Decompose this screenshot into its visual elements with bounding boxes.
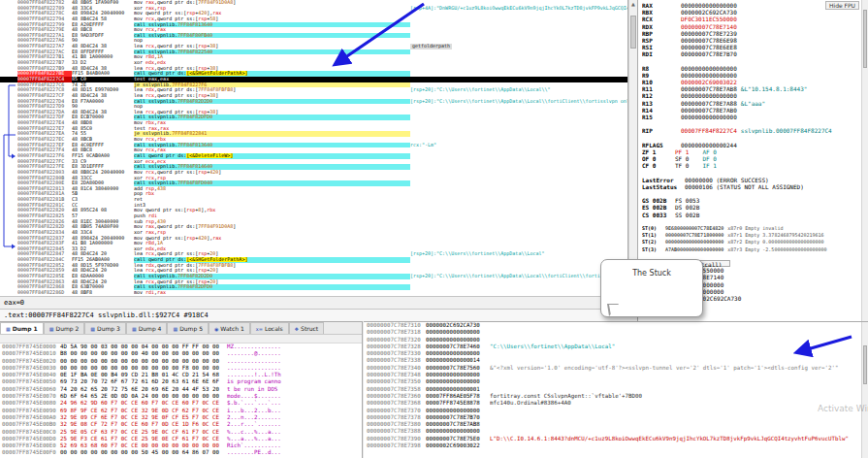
stack-row[interactable]: 00000007C78E7390 00000007C78E75E0 L"D:\\… [364, 436, 868, 442]
register-value[interactable]: FS 0053 [675, 197, 699, 204]
dump-tab[interactable]: ▦ Dump 2 [44, 322, 85, 334]
register-row[interactable]: ST(0) 9E6800000007C78E4820 x87r0 Empty i… [642, 225, 868, 232]
register-row[interactable]: RDI 00000007C78E7B70 [642, 50, 868, 57]
register-row[interactable] [642, 190, 868, 197]
stack-row[interactable]: 00000007C78E7340 00000007C78E7560 &"<?xm… [364, 365, 868, 372]
stack-scrollbar[interactable] [861, 322, 868, 458]
register-row[interactable]: ST(3) A7AB0000000000000000 x87r3 Empty -… [642, 246, 868, 253]
dump-tab[interactable]: ❖ Struct [289, 322, 325, 334]
dump-row[interactable]: 00007FF8745E0090 69 8F 9F CE 62 F7 0C CE… [0, 408, 362, 414]
dump-tab[interactable]: x= Locals [250, 322, 289, 334]
dump-row[interactable]: 00007FF8745E0080 24 96 62 9D 60 F7 0C CE… [0, 400, 362, 407]
register-row[interactable]: R15 0000000000000000 [642, 114, 868, 120]
register-value[interactable]: 0000000000000000 [681, 92, 737, 99]
register-value[interactable]: 00000106 (STATUS_NOT_ALL_ASSIGNED) [685, 183, 804, 190]
register-value[interactable]: 00007FF84F8227C4 [681, 127, 737, 134]
register-value[interactable]: TF 0 [675, 162, 689, 169]
register-row[interactable]: RBP 00000007C78E7239 [642, 30, 868, 37]
dump-row[interactable]: 00007FF8745E0060 74 20 62 65 20 72 75 6E… [0, 386, 362, 393]
stack-row[interactable]: 00000007C78E7350 0000000000000000 [364, 378, 868, 385]
register-row[interactable]: RBX 0000002C692CA730 [642, 9, 868, 16]
stack-row[interactable]: 00000007C78E7318 0000000000000000 [364, 329, 868, 336]
register-row[interactable]: R10 0000002C69003022 [642, 79, 868, 85]
register-row[interactable]: R13 00000007C78E7A88 &L"aaa" [642, 100, 868, 107]
register-row[interactable]: RCX DF0C3011EC550000 [642, 16, 868, 22]
dump-row[interactable]: 00007FF8745E0050 69 73 20 70 72 6F 67 72… [0, 378, 362, 385]
hide-fpu-button[interactable]: Hide FPU [825, 1, 859, 10]
stack-row[interactable]: 00000007C78E7348 0000000000000000 [364, 372, 868, 378]
stack-row[interactable]: 00000007C78E7388 0000000000000000 [364, 428, 868, 435]
register-value[interactable]: DS 002B [675, 204, 699, 211]
register-value[interactable]: 0000000000000000 [681, 114, 737, 120]
register-row[interactable]: CS 0033 SS 002B [642, 212, 868, 218]
register-value[interactable]: 0000000000000244 [681, 142, 737, 148]
register-value[interactable]: SS 002B [675, 212, 699, 218]
register-value[interactable]: A7AB0000000000000000 [665, 246, 723, 253]
stack-row[interactable]: 00000007C78E7360 00007FF86AE05F78 fortit… [364, 393, 868, 400]
register-value[interactable]: 0000002C69003022 [681, 79, 737, 85]
register-value[interactable]: 0000000000000000 [681, 65, 737, 72]
dump-row[interactable]: 00007FF8745E00B0 32 9E 08 CF 72 F7 0C CE… [0, 421, 362, 428]
register-row[interactable]: R8 0000000000000000 [642, 65, 868, 72]
register-row[interactable] [642, 170, 868, 177]
scroll-up-icon[interactable]: ▲ [629, 0, 637, 8]
dump-tab[interactable]: ▦ Dump 4 [126, 322, 168, 334]
stack-row[interactable]: 00000007C78E7320 0000000000000000 [364, 337, 868, 344]
register-value[interactable]: 00000007C78E7B70 [681, 50, 737, 57]
dump-row[interactable]: 00007FF8745E00D0 25 9E F3 CE 61 F7 0C CE… [0, 436, 362, 442]
dump-row[interactable]: 00007FF8745E00C0 25 9E 05 CF 63 F7 0C CE… [0, 429, 362, 436]
dump-tab[interactable]: ▦ Dump 5 [167, 322, 209, 334]
register-row[interactable]: RDX 00000007C78E7140 [642, 23, 868, 30]
dump-row[interactable]: 00007FF8745E00A0 32 9E 09 CF 6E F7 0C CE… [0, 414, 362, 421]
register-row[interactable]: ST(1) 00000007C78E71800000 x87r1 Empty 3… [642, 232, 868, 239]
register-value[interactable]: 00000007C78E6E98 [681, 37, 737, 44]
dump-tab[interactable]: ▦ Dump 1 [0, 322, 44, 334]
register-row[interactable]: RSP 00000007C78E6E98 [642, 37, 868, 44]
stack-row[interactable]: 00000007C78E7378 00000007C78E7B70 [364, 414, 868, 421]
dump-row[interactable]: 00007FF8745E0010 B8 00 00 00 00 00 00 00… [0, 350, 362, 357]
dump-row[interactable]: 00007FF8745E0070 6D 6F 64 65 2E 0D 0D 0A… [0, 393, 362, 400]
dump-row[interactable]: 00007FF8745E0040 0E 1F BA 0E 00 B4 09 CD… [0, 372, 362, 378]
register-value[interactable]: 00000007C78E6EE8 [681, 44, 737, 50]
register-row[interactable] [642, 58, 868, 65]
register-value[interactable]: 0000000000000000 [681, 2, 737, 9]
register-value[interactable]: 00000007C78E7239 [681, 30, 737, 37]
stack-row[interactable]: 00000007C78E7380 00000007C78E7AB8 [364, 421, 868, 428]
register-row[interactable]: ZF 1 PF 1 AF 0 [642, 148, 868, 155]
register-value[interactable]: 00000007C78E7A88 [681, 100, 737, 107]
stack-row[interactable]: 00000007C78E7328 00000007C78E7460 "C:\\U… [364, 344, 868, 350]
register-row[interactable]: LastError 00000000 (ERROR_SUCCESS) [642, 177, 868, 183]
register-row[interactable]: R12 0000000000000000 [642, 92, 868, 99]
scrollbar-thumb[interactable] [863, 345, 867, 384]
dump-row[interactable]: 00007FF8745E0030 00 00 00 00 00 00 00 00… [0, 365, 362, 372]
stack-row[interactable]: 00000007C78E7338 0000000000000014 [364, 357, 868, 364]
register-value[interactable]: 9E6800000007C78E4820 [665, 225, 723, 232]
dump-row[interactable]: 00007FF8745E00F0 00 00 00 00 00 00 00 00… [0, 449, 362, 456]
dump-row[interactable]: 00007FF8745E0020 00 00 00 00 00 00 00 00… [0, 358, 362, 365]
dump-tab[interactable]: ▦ Dump 3 [84, 322, 126, 334]
scrollbar-thumb[interactable] [630, 16, 636, 49]
register-row[interactable]: R11 00000007C78E7AB8 &L"10.154.8.1:8443" [642, 85, 868, 92]
register-value[interactable]: 00000000 (ERROR_SUCCESS) [685, 177, 769, 183]
register-value[interactable]: 00000007C78E7AB0 [681, 107, 737, 114]
stack-row[interactable]: 00000007C78E7370 0000000000000000 [364, 408, 868, 414]
register-value[interactable]: SF 0 [675, 155, 689, 162]
dump-row[interactable]: 00007FF8745E0000 4D 5A 90 00 03 00 00 00… [0, 344, 362, 350]
register-row[interactable]: R14 00000007C78E7AB0 [642, 107, 868, 114]
register-row[interactable]: RFLAGS 0000000000000244 [642, 142, 868, 148]
register-row[interactable]: R9 0000000000000000 [642, 72, 868, 79]
register-value[interactable]: PF 1 [675, 148, 689, 155]
register-row[interactable] [642, 135, 868, 142]
register-value[interactable]: 00000007C78E7140 [681, 23, 737, 30]
registers-scrollbar[interactable] [861, 0, 868, 325]
stack-row[interactable]: 00000007C78E7368 00007FF8745E8878 mfc140… [364, 400, 868, 407]
register-value[interactable]: 00000000000000000000 [665, 239, 723, 245]
dump-tab[interactable]: ◉ Watch 1 [209, 322, 250, 334]
register-value[interactable]: 0000002C692CA730 [681, 9, 737, 16]
stack-row[interactable]: 00000007C78E7398 0000002C69003022 [364, 442, 868, 449]
stack-row[interactable]: 00000007C78E7330 0000000000000000 [364, 350, 868, 357]
disassembly-scrollbar[interactable]: ▲ [628, 0, 637, 296]
register-value[interactable]: 00000007C78E7AB8 [681, 85, 737, 92]
register-row[interactable] [642, 120, 868, 127]
register-row[interactable]: RIP 00007FF84F8227C4 sslvpnlib.00007FF84… [642, 127, 868, 134]
